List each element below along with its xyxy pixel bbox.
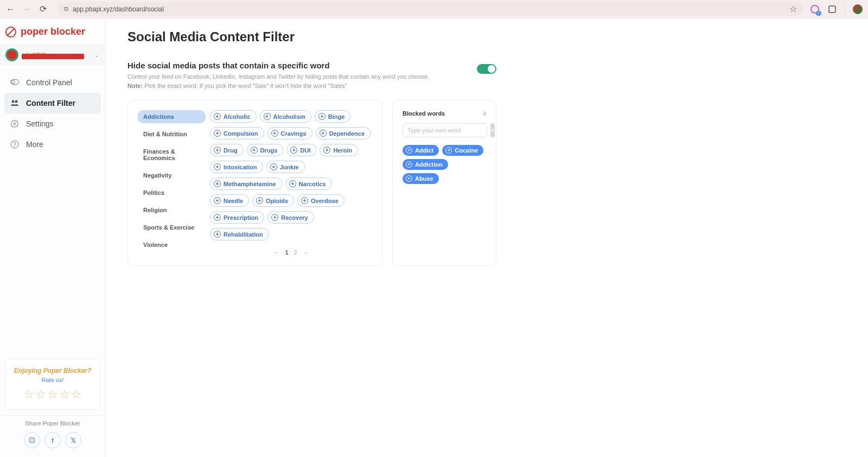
- suggested-words: +Alcoholic+Alcoholism+Binge+Compulsion+C…: [210, 110, 372, 240]
- feature-toggle[interactable]: [477, 64, 496, 74]
- word-label: Alcoholic: [224, 113, 251, 120]
- rate-link[interactable]: Rate us!: [11, 377, 94, 383]
- svg-rect-1: [829, 6, 835, 12]
- suggested-word-pill[interactable]: +Binge: [315, 110, 351, 123]
- blocked-count: 4: [483, 111, 486, 117]
- suggested-word-pill[interactable]: +Recovery: [267, 211, 314, 224]
- chevron-down-icon: ⌄: [94, 52, 99, 58]
- suggested-word-pill[interactable]: +Junkie: [266, 161, 305, 173]
- word-label: Cocaine: [455, 147, 478, 154]
- question-icon: ?: [10, 139, 20, 149]
- pager-next[interactable]: →: [303, 249, 309, 256]
- url-bar[interactable]: ⧉ app.pbapi.xyz/dashboard/social ☆: [58, 2, 803, 16]
- blocked-word-pill[interactable]: ×Addict: [403, 145, 439, 156]
- suggested-word-pill[interactable]: +Dependence: [316, 127, 371, 139]
- category-item[interactable]: Sports & Exercise: [138, 221, 206, 234]
- suggested-word-pill[interactable]: +DUI: [286, 144, 316, 156]
- profile-avatar[interactable]: [853, 4, 863, 14]
- plus-icon: +: [290, 147, 297, 154]
- suggested-word-pill[interactable]: +Methamphetamine: [210, 177, 282, 190]
- sidebar-item-content-filter[interactable]: Content Filter: [4, 93, 101, 113]
- plus-icon: +: [214, 163, 221, 170]
- reload-icon[interactable]: ⟳: [38, 4, 48, 14]
- suggested-word-pill[interactable]: +Heroin: [320, 144, 358, 156]
- plus-icon: +: [271, 130, 278, 137]
- logo[interactable]: poper blocker: [0, 18, 105, 44]
- plus-icon: +: [256, 197, 263, 204]
- blocked-word-input[interactable]: [403, 123, 487, 137]
- star-icon[interactable]: ☆: [59, 388, 70, 402]
- svg-rect-11: [30, 439, 35, 443]
- category-item[interactable]: Diet & Nutrition: [138, 128, 206, 141]
- sidebar-item-control-panel[interactable]: Control Panel: [4, 72, 101, 93]
- word-label: Needle: [224, 198, 243, 204]
- sidebar-item-label: Control Panel: [26, 78, 72, 87]
- svg-point-3: [11, 80, 15, 84]
- x-share-button[interactable]: 𝕏: [65, 432, 81, 448]
- logo-text: poper blocker: [21, 26, 85, 37]
- pager-prev[interactable]: ←: [273, 249, 279, 256]
- forward-icon[interactable]: →: [22, 4, 31, 14]
- sidebar-item-settings[interactable]: Settings: [4, 113, 101, 134]
- suggested-word-pill[interactable]: +Drugs: [247, 144, 284, 156]
- category-item[interactable]: Religion: [138, 204, 206, 217]
- remove-icon: ×: [406, 175, 412, 182]
- suggested-word-pill[interactable]: +Intoxication: [210, 161, 263, 173]
- category-item[interactable]: Negativity: [138, 169, 206, 182]
- star-icon[interactable]: ☆: [35, 388, 46, 402]
- pager-page-1[interactable]: 1: [285, 249, 288, 256]
- word-label: Drugs: [260, 147, 278, 154]
- remove-icon: ×: [406, 147, 412, 154]
- extension-icon[interactable]: 7: [810, 4, 820, 14]
- suggested-word-pill[interactable]: +Overdose: [297, 194, 344, 207]
- url-text: app.pbapi.xyz/dashboard/social: [73, 5, 785, 13]
- hero-note: Note: Pick the exact word. If you pick t…: [127, 81, 429, 91]
- back-icon[interactable]: ←: [5, 4, 15, 14]
- star-icon[interactable]: ☆: [47, 388, 58, 402]
- plus-icon: +: [318, 113, 326, 120]
- add-word-button[interactable]: +: [490, 123, 495, 137]
- hero-note-text: Pick the exact word. If you pick the wor…: [144, 82, 347, 89]
- svg-rect-10: [29, 437, 34, 442]
- blocked-title: Blocked words: [403, 110, 445, 117]
- word-label: Methamphetamine: [224, 181, 276, 187]
- blocked-word-pill[interactable]: ×Cocaine: [442, 145, 483, 156]
- star-icon[interactable]: ☆: [23, 388, 34, 402]
- suggested-word-pill[interactable]: +Prescription: [210, 211, 264, 224]
- hero-title: Hide social media posts that contain a s…: [127, 61, 429, 70]
- category-item[interactable]: Addictions: [138, 110, 206, 123]
- sidebar-item-label: More: [26, 140, 43, 149]
- suggested-word-pill[interactable]: +Drug: [210, 144, 244, 156]
- word-label: Junkie: [280, 164, 299, 170]
- sidebar-item-label: Settings: [26, 119, 54, 128]
- suggested-word-pill[interactable]: +Cravings: [267, 127, 312, 139]
- category-item[interactable]: Violence: [138, 238, 206, 251]
- account-switcher[interactable]: PRO ⌄: [0, 44, 105, 66]
- category-item[interactable]: Finances & Economics: [138, 145, 206, 164]
- rating-stars: ☆ ☆ ☆ ☆ ☆: [11, 388, 94, 402]
- sidebar-item-more[interactable]: ? More: [4, 134, 101, 155]
- suggested-word-pill[interactable]: +Needle: [210, 194, 249, 207]
- suggested-word-pill[interactable]: +Narcotics: [285, 177, 332, 190]
- plus-icon: +: [214, 231, 221, 238]
- suggested-word-pill[interactable]: +Rehabilitation: [210, 228, 269, 240]
- extension-badge: 7: [816, 11, 821, 16]
- suggested-word-pill[interactable]: +Alcoholic: [210, 110, 257, 123]
- suggested-word-pill[interactable]: +Compulsion: [210, 127, 264, 139]
- word-label: Compulsion: [224, 130, 258, 137]
- pager-page-2[interactable]: 2: [294, 249, 297, 256]
- bookmark-star-icon[interactable]: ☆: [789, 4, 797, 14]
- suggested-word-pill[interactable]: +Alcoholism: [260, 110, 311, 123]
- word-label: Alcoholism: [273, 113, 305, 120]
- remove-icon: ×: [445, 147, 452, 154]
- category-item[interactable]: Politics: [138, 186, 206, 199]
- word-label: Narcotics: [299, 181, 326, 187]
- extensions-puzzle-icon[interactable]: [827, 4, 837, 14]
- facebook-share-button[interactable]: f: [44, 432, 61, 448]
- blocked-word-pill[interactable]: ×Abuse: [403, 173, 439, 184]
- site-info-icon[interactable]: ⧉: [64, 5, 68, 12]
- star-icon[interactable]: ☆: [71, 388, 82, 402]
- blocked-word-pill[interactable]: ×Addiction: [403, 159, 448, 170]
- suggested-word-pill[interactable]: +Opioids: [252, 194, 294, 207]
- copy-link-button[interactable]: [24, 432, 40, 448]
